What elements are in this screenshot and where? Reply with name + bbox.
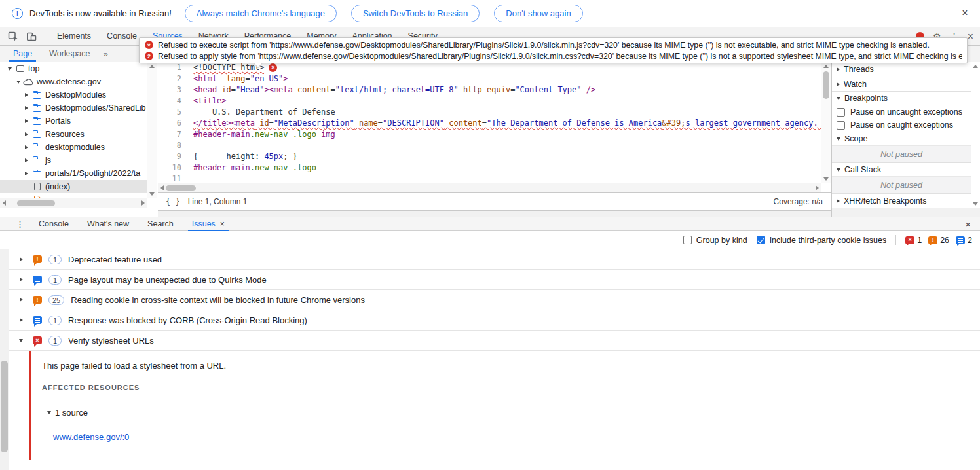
close-icon[interactable]: × — [220, 219, 225, 228]
issue-row-verify-stylesheet-urls[interactable]: ×1Verify stylesheet URLs — [9, 331, 980, 351]
checkbox-icon[interactable] — [837, 121, 845, 130]
inline-error-icon[interactable]: × — [269, 63, 277, 72]
checkbox-icon[interactable] — [683, 236, 692, 244]
issue-expander[interactable] — [16, 298, 26, 302]
kebab-menu-icon[interactable]: ⋮ — [16, 219, 24, 229]
issue-count-badge: 25 — [48, 295, 64, 305]
device-toolbar-icon[interactable] — [26, 31, 37, 42]
tree-item-portals-1-spotlight-2022-ta[interactable]: portals/1/Spotlight/2022/ta — [0, 167, 147, 180]
tree-item-desktopmodules[interactable]: desktopmodules — [0, 141, 147, 154]
exception-checkbox-pause-on-caught-exceptions[interactable]: Pause on caught exceptions — [832, 118, 971, 132]
tree-item-js[interactable]: js — [0, 154, 147, 167]
code-token — [582, 85, 586, 94]
drawer-tab-what-s-new[interactable]: What's new — [81, 217, 136, 230]
tree-expander[interactable] — [22, 106, 31, 110]
code-line-content: { height: 45px; } — [187, 151, 297, 162]
navigator-tab-page[interactable]: Page — [9, 46, 36, 62]
more-tabs-icon[interactable]: » — [104, 49, 107, 59]
tree-item-item[interactable] — [0, 193, 147, 198]
checkbox-icon[interactable] — [837, 108, 845, 117]
sidebar-section-breakpoints[interactable]: Breakpoints — [832, 91, 971, 105]
code-line[interactable]: 8 — [158, 140, 821, 151]
code-line[interactable]: 5 U.S. Department of Defense — [158, 107, 821, 118]
code-token: &#39; — [662, 118, 685, 128]
inspect-icon[interactable] — [8, 31, 18, 42]
code-line-content: <!DOCTYPE html> — [187, 62, 264, 73]
code-line[interactable]: 3<head id="Head"><meta content="text/htm… — [158, 84, 821, 96]
checkbox-label: Pause on caught exceptions — [850, 120, 953, 130]
tree-expander[interactable] — [22, 172, 31, 175]
drawer-tab-console[interactable]: Console — [32, 217, 75, 230]
tree-expander[interactable] — [22, 119, 31, 123]
code-line[interactable]: 9{ height: 45px; } — [158, 151, 821, 162]
code-area[interactable]: 1<!DOCTYPE html>×2<html lang="en-US">3<h… — [158, 62, 821, 183]
infobar-button-don-t-show-again[interactable]: Don't show again — [494, 5, 582, 22]
third-party-cookie-checkbox[interactable]: Include third-party cookie issues — [757, 236, 887, 245]
code-token: .logo — [293, 163, 316, 172]
sidebar-section-scope[interactable]: Scope — [832, 132, 971, 146]
issue-expander[interactable] — [16, 278, 26, 281]
sidebar-section-xhr-fetch-breakpoints[interactable]: XHR/fetch Breakpoints — [832, 193, 971, 208]
tree-item-top[interactable]: top — [0, 62, 147, 75]
drawer: ⋮ ConsoleWhat's newSearchIssues× × Group… — [0, 217, 980, 470]
sidebar-vertical-scrollbar[interactable] — [971, 62, 980, 208]
infobar-button-always-match-chrome-s-language[interactable]: Always match Chrome's language — [185, 5, 337, 22]
folder-icon — [31, 91, 43, 99]
tab-elements[interactable]: Elements — [49, 27, 99, 45]
tree-item-index[interactable]: (index) — [0, 180, 147, 193]
tree-expander[interactable] — [22, 145, 31, 149]
code-line[interactable]: 11 — [158, 173, 821, 183]
issue-expander[interactable] — [16, 339, 26, 342]
tree-expander[interactable] — [22, 132, 31, 136]
issue-row-deprecated-feature-used[interactable]: !1Deprecated feature used — [9, 249, 980, 270]
issue-expander[interactable] — [16, 318, 26, 322]
close-icon[interactable]: × — [958, 7, 971, 19]
issue-row-reading-cookie-in-cross-site-context-wil[interactable]: !25Reading cookie in cross-site context … — [9, 290, 980, 310]
code-line[interactable]: 6</title><meta id="MetaDescription" name… — [158, 118, 821, 129]
tree-expander[interactable] — [22, 158, 31, 162]
checkbox-icon[interactable] — [757, 236, 765, 244]
editor-horizontal-scrollbar[interactable] — [158, 183, 821, 192]
drawer-tab-issues[interactable]: Issues× — [185, 217, 231, 230]
tree-horizontal-scrollbar[interactable] — [0, 198, 147, 208]
tree-expander[interactable] — [14, 81, 22, 84]
exception-checkbox-pause-on-uncaught-exceptions[interactable]: Pause on uncaught exceptions — [832, 105, 971, 118]
tree-expander[interactable] — [22, 93, 31, 97]
source-link[interactable]: www.defense.gov/:0 — [53, 432, 129, 442]
source-count-toggle[interactable]: 1 source — [47, 408, 88, 418]
pretty-print-icon[interactable]: { } — [166, 197, 180, 206]
sidebar-section-threads[interactable]: Threads — [832, 62, 971, 77]
editor-vertical-scrollbar[interactable] — [821, 62, 831, 183]
sidebar-section-call-stack[interactable]: Call Stack — [832, 162, 971, 177]
issues-vertical-scrollbar[interactable] — [0, 249, 9, 470]
issues-toolbar: Group by kind Include third-party cookie… — [0, 231, 980, 249]
infobar-button-switch-devtools-to-russian[interactable]: Switch DevTools to Russian — [351, 5, 480, 22]
tree-expander[interactable] — [5, 67, 14, 71]
code-line[interactable]: 10#header-main.new-nav .logo — [158, 162, 821, 173]
issue-row-page-layout-may-be-unexpected-due-to-qui[interactable]: 1Page layout may be unexpected due to Qu… — [9, 270, 980, 290]
tree-item-label: js — [45, 156, 51, 165]
drawer-tab-search[interactable]: Search — [141, 217, 180, 230]
tree-vertical-scrollbar[interactable] — [147, 62, 157, 198]
tree-item-resources[interactable]: Resources — [0, 128, 147, 141]
navigator-tab-workspace[interactable]: Workspace — [45, 46, 94, 62]
group-by-kind-checkbox[interactable]: Group by kind — [683, 236, 747, 245]
tree-item-portals[interactable]: Portals — [0, 115, 147, 128]
tree-item-desktopmodules[interactable]: DesktopModules — [0, 88, 147, 101]
tab-console[interactable]: Console — [99, 27, 145, 45]
drawer-tab-label: Issues — [192, 219, 216, 228]
code-line[interactable]: 2<html lang="en-US"> — [158, 73, 821, 84]
issue-expander[interactable] — [16, 257, 26, 261]
scrollbar-thumb[interactable] — [1, 361, 8, 452]
code-token: name — [359, 118, 378, 128]
tree-item-desktopmodules-sharedlib[interactable]: Desktopmodules/SharedLib — [0, 101, 147, 115]
tree-item-www-defense-gov[interactable]: www.defense.gov — [0, 75, 147, 88]
issue-row-response-was-blocked-by-corb-cross-origi[interactable]: 1Response was blocked by CORB (Cross-Ori… — [9, 310, 980, 331]
code-token: http-equiv — [463, 85, 510, 94]
sidebar-section-watch[interactable]: Watch — [832, 77, 971, 91]
code-line[interactable]: 7#header-main.new-nav .logo img — [158, 129, 821, 140]
code-line[interactable]: 4<title> — [158, 96, 821, 107]
close-icon[interactable]: × — [965, 219, 971, 230]
close-icon[interactable]: × — [968, 31, 973, 42]
issue-count-err: ×1 — [905, 236, 922, 245]
